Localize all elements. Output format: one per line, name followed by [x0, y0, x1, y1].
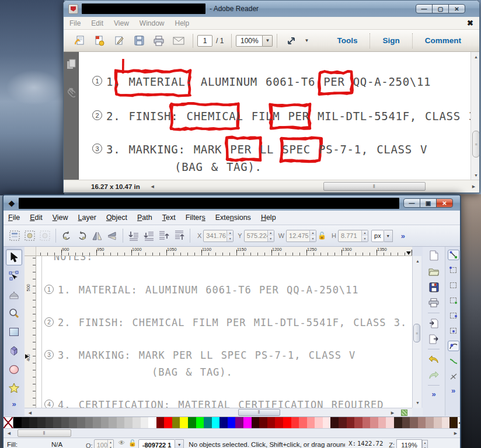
canvas-horizontal-scrollbar[interactable]: ◀ ⦀ ▶ — [25, 408, 412, 416]
sign-panel-button[interactable]: Sign — [370, 33, 412, 48]
selector-tool[interactable] — [6, 249, 22, 265]
snap-bbox-centers-button[interactable] — [448, 326, 459, 336]
scroll-down-arrow[interactable]: ▼ — [413, 398, 422, 407]
menu-path[interactable]: Path — [137, 214, 152, 222]
color-swatch[interactable] — [69, 417, 77, 428]
color-swatch[interactable] — [29, 417, 37, 428]
color-swatch[interactable] — [347, 417, 355, 428]
undo-button[interactable] — [427, 354, 440, 365]
color-swatch[interactable] — [219, 417, 228, 428]
snap-overflow-chevron[interactable]: » — [451, 386, 455, 395]
snap-bbox-edge-midpoints-button[interactable] — [448, 310, 459, 321]
color-swatch[interactable] — [212, 417, 220, 428]
minimize-button[interactable]: — — [403, 198, 420, 208]
flip-horizontal-button[interactable] — [89, 228, 104, 243]
snap-enable-button[interactable] — [448, 250, 459, 260]
maximize-button[interactable]: ▢ — [432, 4, 449, 13]
scroll-left-arrow[interactable]: ◀ — [26, 408, 34, 417]
star-tool[interactable] — [6, 380, 22, 396]
color-swatch[interactable] — [101, 417, 109, 428]
menu-view[interactable]: View — [114, 19, 129, 27]
color-swatch[interactable] — [235, 417, 243, 428]
sign-pen-button[interactable] — [109, 33, 129, 49]
color-swatch[interactable] — [37, 417, 46, 428]
color-swatch[interactable] — [394, 417, 402, 428]
flip-vertical-button[interactable] — [104, 228, 120, 243]
page-number-input[interactable]: 1 — [197, 35, 212, 47]
redo-button[interactable] — [427, 369, 440, 381]
spinner[interactable]: ▲▼ — [267, 230, 274, 242]
color-swatch[interactable] — [323, 417, 331, 428]
color-swatch[interactable] — [402, 417, 410, 428]
lower-to-bottom-button[interactable] — [126, 228, 141, 243]
export-button[interactable] — [427, 333, 440, 345]
scroll-thumb[interactable]: ≡ — [413, 324, 420, 342]
scroll-up-arrow[interactable]: ▲ — [413, 257, 422, 265]
snap-bbox-edges-button[interactable] — [448, 280, 459, 290]
menu-object[interactable]: Object — [106, 214, 127, 222]
color-swatch[interactable] — [275, 417, 283, 428]
color-swatch[interactable] — [228, 417, 236, 428]
palette-scroll-arrow[interactable]: ◀ — [458, 417, 461, 428]
y-position-field[interactable]: 575.224▲▼ — [244, 230, 274, 242]
zoom-field[interactable]: 119%▲▼ — [396, 439, 422, 448]
width-field[interactable]: 12.475▲▼ — [286, 230, 316, 242]
color-swatch[interactable] — [363, 417, 371, 428]
color-swatch[interactable] — [426, 417, 434, 428]
close-button[interactable]: ✕ — [448, 4, 465, 13]
swatch-none[interactable] — [4, 417, 13, 428]
spinner[interactable]: ▲▼ — [309, 230, 316, 242]
color-swatch[interactable] — [434, 417, 442, 428]
tools-panel-button[interactable]: Tools — [325, 33, 370, 48]
color-swatch[interactable] — [267, 417, 276, 428]
open-document-button[interactable] — [427, 265, 440, 277]
spinner[interactable]: ▲▼ — [107, 440, 113, 448]
scroll-right-arrow[interactable]: ▶ — [388, 408, 397, 417]
current-layer-select[interactable]: -809722 1 — [138, 439, 176, 448]
inkscape-titlebar[interactable]: ◆ — ▣ ✕ — [4, 195, 460, 211]
color-swatch[interactable] — [252, 417, 260, 428]
rotate-cw-button[interactable] — [74, 228, 89, 243]
minimize-button[interactable]: — — [416, 4, 433, 13]
commands-overflow-chevron[interactable]: » — [431, 390, 435, 398]
color-swatch[interactable] — [307, 417, 315, 428]
ellipse-tool[interactable] — [6, 361, 22, 377]
color-swatch[interactable] — [339, 417, 347, 428]
scroll-thumb[interactable]: ⦀ — [323, 182, 426, 191]
scroll-down-arrow[interactable]: ▼ — [472, 171, 480, 180]
node-tool[interactable] — [6, 268, 22, 284]
3dbox-tool[interactable] — [6, 342, 22, 359]
menu-edit[interactable]: Edit — [91, 19, 103, 27]
color-swatch[interactable] — [61, 417, 69, 428]
page-thumbnails-icon[interactable] — [67, 59, 76, 69]
toolbox-overflow-chevron[interactable]: » — [12, 400, 16, 408]
comment-panel-button[interactable]: Comment — [412, 33, 473, 48]
color-swatch[interactable] — [172, 417, 180, 428]
x-position-field[interactable]: 341.761▲▼ — [203, 230, 233, 242]
scroll-right-arrow[interactable]: ▶ — [469, 182, 478, 191]
deselect-button[interactable] — [37, 228, 53, 243]
zoom-level-input[interactable]: 100% — [236, 35, 263, 47]
close-button[interactable]: ✕ — [436, 198, 453, 208]
menu-edit[interactable]: Edit — [30, 214, 43, 222]
scroll-left-arrow[interactable]: ◀ — [5, 429, 13, 438]
menu-text[interactable]: Text — [162, 214, 176, 222]
import-button[interactable] — [427, 317, 440, 329]
menu-filters[interactable]: Filters — [186, 214, 205, 222]
zoom-dropdown-button[interactable]: ▼ — [263, 35, 273, 47]
color-swatch[interactable] — [93, 417, 101, 428]
color-swatch[interactable] — [370, 417, 378, 428]
snap-bbox-corners-button[interactable] — [448, 295, 459, 306]
height-field[interactable]: 8.771▲▼ — [338, 230, 368, 242]
opacity-field[interactable]: 100▲▼ — [94, 439, 114, 448]
menu-help[interactable]: Help — [261, 214, 276, 222]
raise-to-top-button[interactable] — [172, 228, 187, 243]
create-pdf-button[interactable] — [89, 33, 109, 49]
email-button[interactable] — [169, 33, 189, 49]
color-swatch[interactable] — [330, 417, 339, 428]
vertical-ruler[interactable]: 500400 — [25, 256, 36, 408]
color-swatch[interactable] — [449, 417, 458, 428]
color-swatch[interactable] — [117, 417, 125, 428]
menu-view[interactable]: View — [53, 214, 68, 222]
attachments-paperclip-icon[interactable] — [67, 86, 75, 101]
